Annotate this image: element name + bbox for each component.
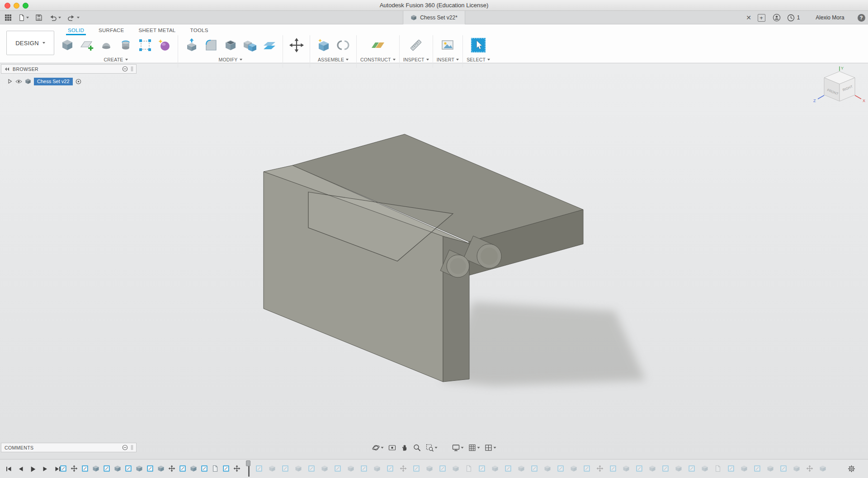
extrude-feature-icon[interactable] — [819, 465, 827, 473]
cylinder-tool-button[interactable] — [116, 35, 135, 56]
doc-feature-icon[interactable] — [465, 465, 473, 473]
box-tool-button[interactable] — [57, 35, 77, 56]
extrude-feature-icon[interactable] — [347, 465, 355, 473]
zoom-button[interactable] — [413, 444, 421, 452]
visibility-eye-icon[interactable] — [15, 79, 22, 84]
sketch-feature-icon[interactable] — [754, 465, 762, 473]
extrude-feature-icon[interactable] — [321, 465, 329, 473]
panel-resize-grip[interactable] — [131, 445, 133, 450]
sketch-feature-icon[interactable] — [662, 465, 670, 473]
display-settings-button[interactable] — [452, 444, 464, 452]
sketch-feature-icon[interactable] — [282, 465, 290, 473]
sketch-feature-icon[interactable] — [557, 465, 565, 473]
new-document-button[interactable]: + — [756, 11, 767, 24]
sketch-feature-icon[interactable] — [334, 465, 342, 473]
insert-canvas-button[interactable] — [438, 35, 458, 56]
sketch-feature-icon[interactable] — [222, 465, 231, 473]
sketch-feature-icon[interactable] — [201, 465, 209, 473]
user-account-button[interactable]: Alexio Mora — [809, 11, 851, 24]
tab-surface[interactable]: SURFACE — [91, 24, 131, 35]
extrude-feature-icon[interactable] — [570, 465, 578, 473]
extrude-feature-icon[interactable] — [114, 465, 122, 473]
workspace-selector[interactable]: DESIGN — [6, 31, 54, 55]
extrude-feature-icon[interactable] — [269, 465, 277, 473]
sketch-feature-icon[interactable] — [609, 465, 618, 473]
look-at-button[interactable] — [388, 444, 396, 452]
extrude-feature-icon[interactable] — [623, 465, 631, 473]
grid-snaps-button[interactable] — [468, 444, 480, 452]
tab-tools[interactable]: TOOLS — [183, 24, 216, 35]
group-label-insert[interactable]: INSERT — [437, 57, 459, 62]
group-label-inspect[interactable]: INSPECT — [403, 57, 429, 62]
sketch-feature-icon[interactable] — [387, 465, 395, 473]
extrude-feature-icon[interactable] — [452, 465, 460, 473]
group-label-create[interactable]: CREATE — [104, 57, 127, 62]
press-pull-button[interactable] — [182, 35, 201, 56]
extrude-feature-icon[interactable] — [767, 465, 775, 473]
sketch-feature-icon[interactable] — [413, 465, 421, 473]
viewcube[interactable]: Y FRONT RIGHT Z X — [811, 65, 868, 112]
sketch-feature-icon[interactable] — [505, 465, 513, 473]
group-label-modify[interactable]: MODIFY — [218, 57, 242, 62]
joint-button[interactable] — [333, 35, 353, 56]
move-feature-icon[interactable] — [400, 465, 408, 473]
sketch-feature-icon[interactable] — [727, 465, 736, 473]
move-feature-icon[interactable] — [71, 465, 79, 473]
zoom-window-button[interactable] — [426, 444, 438, 452]
step-forward-button[interactable] — [41, 465, 49, 473]
extensions-button[interactable] — [771, 11, 783, 24]
3d-viewport[interactable] — [0, 63, 868, 459]
sketch-feature-icon[interactable] — [780, 465, 788, 473]
play-button[interactable] — [29, 465, 37, 473]
viewports-button[interactable] — [485, 444, 496, 452]
extrude-feature-icon[interactable] — [649, 465, 657, 473]
extrude-feature-icon[interactable] — [426, 465, 434, 473]
measure-button[interactable] — [406, 35, 426, 56]
sketch-feature-icon[interactable] — [439, 465, 447, 473]
save-button[interactable] — [35, 14, 42, 21]
offset-face-button[interactable] — [259, 35, 279, 56]
app-grid-button[interactable] — [5, 14, 12, 21]
construction-plane-button[interactable] — [368, 35, 387, 56]
sketch-feature-icon[interactable] — [636, 465, 644, 473]
close-document-button[interactable]: ✕ — [743, 11, 754, 24]
combine-button[interactable] — [240, 35, 259, 56]
extrude-feature-icon[interactable] — [741, 465, 749, 473]
sketch-feature-icon[interactable] — [688, 465, 696, 473]
help-button[interactable]: ? — [855, 11, 867, 24]
create-sketch-button[interactable] — [77, 35, 96, 56]
tab-solid[interactable]: SOLID — [61, 24, 91, 35]
fillet-button[interactable] — [201, 35, 221, 56]
job-status-button[interactable]: 1 — [785, 11, 802, 24]
extrude-feature-icon[interactable] — [675, 465, 683, 473]
extrude-feature-icon[interactable] — [544, 465, 552, 473]
pattern-tool-button[interactable] — [135, 35, 155, 56]
sketch-feature-icon[interactable] — [60, 465, 68, 473]
move-copy-button[interactable] — [287, 35, 306, 56]
extrude-feature-icon[interactable] — [295, 465, 303, 473]
doc-feature-icon[interactable] — [212, 465, 220, 473]
undo-button[interactable] — [49, 14, 61, 21]
extrude-feature-icon[interactable] — [701, 465, 709, 473]
sketch-feature-icon[interactable] — [179, 465, 187, 473]
timeline-settings-button[interactable] — [847, 464, 856, 475]
sketch-feature-icon[interactable] — [583, 465, 591, 473]
collapse-panel-icon[interactable] — [5, 67, 9, 71]
sketch-feature-icon[interactable] — [81, 465, 90, 473]
new-component-button[interactable] — [314, 35, 333, 56]
browser-root-item-label[interactable]: Chess Set v22 — [34, 78, 73, 85]
move-feature-icon[interactable] — [596, 465, 604, 473]
sketch-feature-icon[interactable] — [255, 465, 264, 473]
shell-button[interactable] — [221, 35, 240, 56]
pan-button[interactable] — [401, 444, 409, 452]
doc-feature-icon[interactable] — [714, 465, 722, 473]
group-label-assemble[interactable]: ASSEMBLE — [318, 57, 349, 62]
extrude-feature-icon[interactable] — [491, 465, 500, 473]
sketch-feature-icon[interactable] — [146, 465, 155, 473]
extrude-feature-icon[interactable] — [518, 465, 526, 473]
move-feature-icon[interactable] — [168, 465, 176, 473]
revolve-tool-button[interactable] — [96, 35, 116, 56]
extrude-feature-icon[interactable] — [136, 465, 144, 473]
group-label-select[interactable]: SELECT — [467, 57, 490, 62]
extrude-feature-icon[interactable] — [793, 465, 801, 473]
